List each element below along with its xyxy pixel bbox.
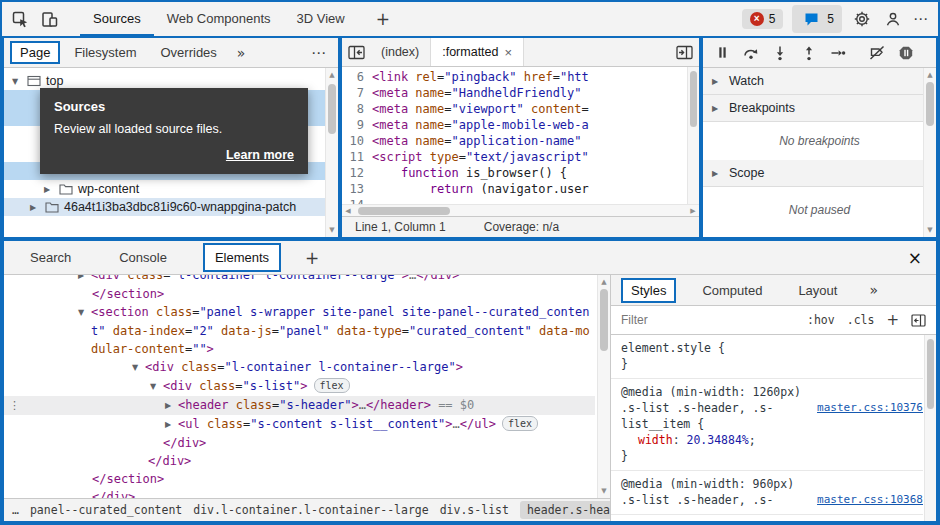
expand-arrow-icon[interactable]: ▶ [78,275,91,285]
expand-arrow-icon[interactable]: ▼ [78,304,91,322]
tab-search[interactable]: Search [18,243,83,272]
flex-badge[interactable]: flex [314,378,350,393]
close-devtools-button[interactable]: × [908,248,922,268]
expand-arrow-icon[interactable] [712,77,722,86]
line-number[interactable]: 11 [342,149,372,165]
code-line[interactable]: 13 return (navigator.user [342,181,699,197]
styles-scrollbar[interactable] [924,335,936,521]
toggle-element-state-button[interactable]: :hov [807,313,835,327]
scroll-down-icon[interactable] [598,486,610,496]
expand-arrow-icon[interactable]: ▶ [165,416,178,434]
scrollbar-thumb[interactable] [358,207,450,215]
tab-computed[interactable]: Computed [692,278,772,303]
code-line[interactable]: 11<script type="text/javascript" [342,149,699,165]
scroll-down-icon[interactable] [924,225,936,235]
expand-arrow-icon[interactable]: ▼ [150,378,163,396]
close-tab-icon[interactable]: × [505,45,513,60]
filter-input[interactable]: Filter [621,313,795,327]
css-declaration[interactable]: width: 20.34884%; [621,432,923,448]
pause-button[interactable] [715,45,730,60]
css-source-link[interactable]: master.css:10376 [817,400,923,416]
line-number[interactable]: 13 [342,181,372,197]
tab-overrides[interactable]: Overrides [151,41,227,64]
flex-badge[interactable]: flex [502,416,538,431]
tab-filesystem[interactable]: Filesystem [64,41,146,64]
scroll-up-icon[interactable] [598,277,610,287]
tree-item-hash-folder[interactable]: 46a4t1i3ba3dbc81i9c60-wnappgina-patch [4,198,338,216]
scrollbar-thumb[interactable] [926,82,934,126]
pause-on-exceptions-button[interactable] [898,45,914,61]
breadcrumb-item[interactable]: header.s-header [520,501,610,519]
editor-hscrollbar[interactable] [342,204,699,216]
dom-node[interactable]: </div> [4,434,595,452]
dom-node[interactable]: ▼<section class="panel s-wrapper site-pa… [4,303,595,358]
dom-node[interactable]: ⋮▶<header class="s-header">…</header> ==… [4,396,595,415]
code-line[interactable]: 7<meta name="HandheldFriendly" [342,85,699,101]
dom-node[interactable]: </section> [4,285,595,303]
settings-icon[interactable] [851,8,873,30]
css-source-link[interactable]: master.css:10368 [817,492,923,508]
navigator-scrollbar[interactable] [325,68,338,237]
expand-arrow-icon[interactable] [12,77,22,86]
more-tools-button[interactable]: + [364,9,402,29]
node-menu-icon[interactable]: ⋮ [9,397,20,415]
tab-web-components[interactable]: Web Components [154,2,284,36]
deactivate-breakpoints-button[interactable] [869,45,885,61]
dom-node[interactable]: ▼<div class="s-list">flex [4,377,595,396]
navigator-toggle-icon[interactable] [342,38,370,66]
breadcrumb-item[interactable]: div.s-list [440,503,509,517]
line-number[interactable]: 12 [342,165,372,181]
code-editor[interactable]: 6<link rel="pingback" href="htt7<meta na… [342,67,699,204]
quick-source-icon[interactable] [669,38,699,66]
scrollbar-thumb[interactable] [600,289,608,351]
new-style-rule-button[interactable]: + [886,311,899,329]
tab-page[interactable]: Page [10,41,60,64]
tree-item-wp-content[interactable]: wp-content [4,180,338,198]
line-number[interactable]: 6 [342,69,372,85]
line-number[interactable]: 8 [342,101,372,117]
dom-scrollbar[interactable] [597,275,610,498]
expand-arrow-icon[interactable]: ▼ [132,359,145,377]
expand-arrow-icon[interactable] [712,169,722,178]
watch-section-header[interactable]: Watch [703,68,936,95]
expand-arrow-icon[interactable] [712,104,722,113]
more-tabs-chevron[interactable]: » [237,45,246,61]
scrollbar-thumb[interactable] [328,84,336,134]
new-tab-button[interactable]: + [305,248,319,268]
expand-arrow-icon[interactable] [44,185,54,194]
line-number[interactable]: 7 [342,85,372,101]
breakpoints-section-header[interactable]: Breakpoints [703,95,936,122]
scroll-down-icon[interactable] [326,225,338,235]
code-line[interactable]: 9<meta name="apple-mobile-web-a [342,117,699,133]
scroll-up-icon[interactable] [924,70,936,80]
breadcrumb-item[interactable]: div.l-container.l-container--large [193,503,428,517]
computed-sidebar-toggle-icon[interactable] [911,314,926,327]
learn-more-link[interactable]: Learn more [54,148,294,162]
dom-node[interactable]: ▶<ul class="s-content s-list__content">…… [4,415,595,434]
tab-sources[interactable]: Sources [80,2,154,36]
step-into-button[interactable] [772,45,788,61]
tab-styles[interactable]: Styles [621,278,676,303]
scrollbar-thumb[interactable] [690,71,697,127]
scroll-right-icon[interactable] [687,205,699,217]
styles-overflow-chevron[interactable]: » [869,282,878,298]
scrollbar-thumb[interactable] [927,339,934,409]
dom-node[interactable]: </section> [4,470,595,488]
navigator-menu-icon[interactable]: ⋯ [311,44,326,62]
more-menu-icon[interactable]: ⋯ [913,10,928,28]
line-number[interactable]: 10 [342,133,372,149]
scroll-up-icon[interactable] [326,70,338,80]
step-out-button[interactable] [801,45,817,61]
inspect-icon[interactable] [12,11,29,28]
tab-index-file[interactable]: (index) [370,38,431,66]
errors-badge[interactable]: × 5 [742,9,784,29]
step-over-button[interactable] [743,45,759,61]
issues-badge[interactable]: 5 [792,5,842,33]
code-line[interactable]: 10<meta name="application-name" [342,133,699,149]
dom-node[interactable]: </div> [4,488,595,498]
code-line[interactable]: 14 [342,197,699,204]
dom-node[interactable]: ▼<div class="l-container l-container--la… [4,358,595,377]
tab-formatted-file[interactable]: :formatted × [431,38,524,66]
breadcrumb-overflow[interactable]: … [12,503,19,517]
dom-node[interactable]: </div> [4,452,595,470]
